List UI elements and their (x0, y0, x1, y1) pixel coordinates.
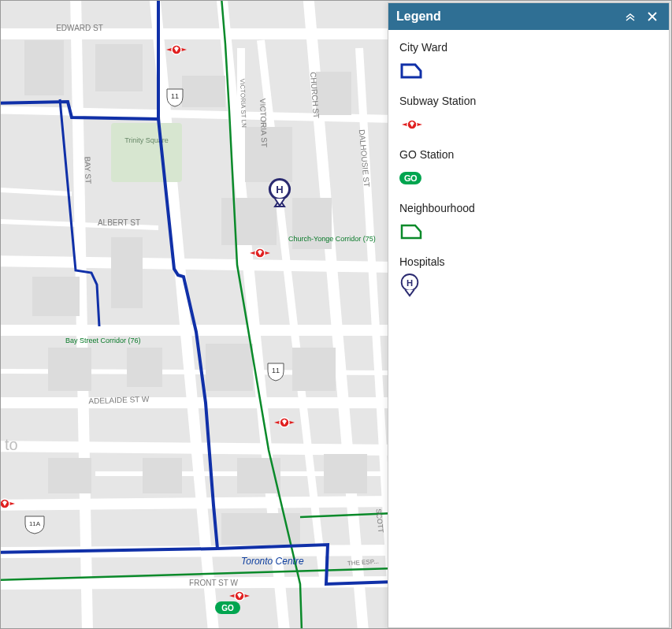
svg-text:11: 11 (171, 92, 179, 100)
neighbourhood-symbol-icon (399, 221, 658, 243)
svg-text:H: H (407, 278, 413, 288)
go-station-union[interactable]: GO (215, 601, 240, 614)
cutoff-city-label: to (5, 436, 18, 453)
legend-item-go: GO Station GO (399, 148, 658, 189)
legend-item-hospitals: Hospitals H (399, 255, 658, 296)
svg-text:GO: GO (221, 604, 234, 612)
svg-text:11A: 11A (29, 520, 41, 527)
subway-marker-king[interactable] (274, 418, 295, 427)
legend-body: City Ward Subway Station GO Station GO N… (388, 30, 669, 627)
city-ward-symbol (399, 60, 658, 82)
svg-rect-2 (182, 76, 225, 107)
svg-rect-5 (32, 277, 80, 316)
legend-item-label: Hospitals (399, 255, 658, 268)
svg-rect-17 (221, 513, 300, 545)
nbhd-church-yonge-label: Church-Yonge Corridor (75) (288, 235, 376, 243)
legend-header: Legend (388, 3, 669, 30)
svg-rect-7 (221, 198, 277, 245)
close-icon[interactable] (644, 8, 661, 25)
street-edward: EDWARD ST (56, 24, 103, 32)
go-symbol-icon: GO (399, 167, 658, 189)
svg-rect-12 (292, 348, 336, 391)
legend-item-label: Neighbourhood (399, 202, 658, 214)
legend-item-label: GO Station (399, 148, 658, 161)
street-victoria: VICTORIA ST (258, 99, 269, 147)
legend-item-subway: Subway Station (399, 95, 658, 136)
hwy-11a-shield: 11A (25, 516, 44, 534)
street-scott: SCOTT (374, 508, 384, 534)
svg-rect-0 (24, 40, 64, 95)
toronto-centre-label: Toronto Centre (241, 556, 304, 567)
street-espl: THE ESP... (347, 558, 379, 568)
subway-marker-dundas[interactable] (166, 45, 187, 54)
svg-rect-6 (111, 237, 143, 308)
collapse-icon[interactable] (622, 8, 639, 25)
svg-rect-16 (324, 454, 367, 493)
legend-panel: Legend City Ward Subway Station GO Stati… (388, 2, 670, 628)
hospital-symbol-icon: H (399, 274, 658, 296)
legend-item-city-ward: City Ward (399, 41, 658, 82)
legend-item-label: Subway Station (399, 95, 658, 107)
svg-rect-10 (127, 348, 162, 387)
ttc-symbol-icon (399, 114, 658, 136)
svg-rect-9 (48, 348, 91, 391)
svg-rect-4 (316, 72, 351, 115)
svg-rect-14 (143, 458, 182, 493)
street-front: FRONT ST W (189, 579, 238, 587)
legend-item-label: City Ward (399, 41, 658, 54)
street-albert: ALBERT ST (98, 218, 140, 227)
subway-marker-union[interactable] (229, 591, 250, 601)
legend-title: Legend (396, 9, 617, 24)
legend-item-neighbourhood: Neighbourhood (399, 202, 658, 243)
svg-text:H: H (276, 184, 283, 195)
svg-rect-11 (206, 344, 253, 391)
park-trinity-square (111, 123, 182, 182)
street-dalhousie: DALHOUSIE ST (358, 129, 371, 188)
svg-rect-1 (95, 44, 143, 91)
nbhd-bay-corridor-label: Bay Street Corridor (76) (65, 337, 141, 344)
svg-rect-13 (48, 458, 91, 493)
street-bay: BAY ST (83, 156, 92, 184)
